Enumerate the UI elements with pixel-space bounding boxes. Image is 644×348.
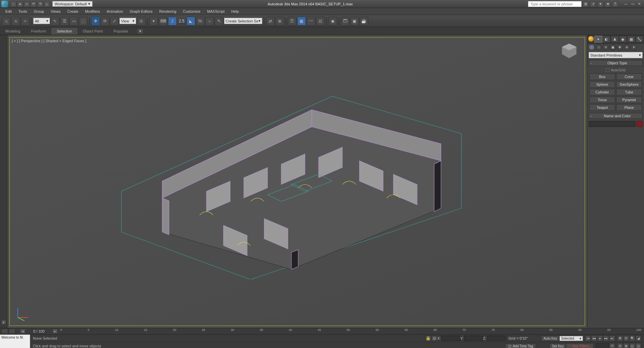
scene-explorer-toggle[interactable]: ▸ — [1, 320, 6, 325]
ribbon-tab-selection[interactable]: Selection — [51, 28, 77, 34]
primitive-pyramid[interactable]: Pyramid — [616, 96, 642, 103]
max-viewport-icon[interactable]: ◱ — [629, 343, 635, 348]
primitive-sphere[interactable]: Sphere — [589, 81, 615, 88]
geometry-category-icon[interactable]: ○ — [589, 44, 595, 50]
primitive-geosphere[interactable]: GeoSphere — [616, 81, 642, 88]
set-key-button[interactable]: Set Key — [549, 343, 566, 348]
redo-icon[interactable]: ↷ — [37, 1, 43, 7]
new-file-icon[interactable]: ▫ — [10, 1, 16, 7]
zoom-icon[interactable]: 🔍 — [629, 335, 635, 341]
menu-group[interactable]: Group — [31, 8, 48, 14]
spacewarps-category-icon[interactable]: ≋ — [624, 44, 630, 50]
save-file-icon[interactable]: ▪ — [24, 1, 30, 7]
close-button[interactable]: ✕ — [636, 1, 643, 7]
primitive-plane[interactable]: Plane — [616, 104, 642, 111]
autogrid-checkbox[interactable]: AutoGrid — [589, 68, 642, 72]
spinner-snap-icon[interactable]: ⟐ — [205, 17, 214, 25]
selection-lock-icon[interactable]: 🔒 — [425, 336, 431, 341]
render-setup-icon[interactable]: 🗔 — [341, 17, 350, 25]
current-frame[interactable]: 0 / 100 — [25, 329, 52, 333]
ref-coord-system[interactable]: View▾ — [119, 18, 136, 24]
menu-help[interactable]: Help — [228, 8, 243, 14]
isolate-selection-icon[interactable]: ◎ — [431, 336, 437, 341]
ribbon-tab-freeform[interactable]: Freeform — [26, 28, 52, 34]
primitive-category-dropdown[interactable]: Standard Primitives ▾ — [589, 52, 643, 58]
primitive-teapot[interactable]: Teapot — [589, 104, 615, 111]
primitive-torus[interactable]: Torus — [589, 96, 615, 103]
track-bar-mini-icon[interactable] — [1, 329, 8, 334]
select-object-icon[interactable]: ↖ — [51, 17, 59, 25]
zoom-extents-icon[interactable]: ⊡ — [617, 343, 623, 348]
use-pivot-icon[interactable]: ⊙ — [137, 17, 146, 25]
key-filters-button[interactable]: 〰Key Filters... — [566, 343, 594, 348]
zoom-all-icon[interactable]: ⊞ — [623, 343, 629, 348]
auto-key-button[interactable]: Auto Key — [541, 336, 559, 341]
prev-frame-icon[interactable]: ◂◂ — [591, 335, 597, 341]
layer-manager-icon[interactable]: ☶ — [288, 17, 297, 25]
project-icon[interactable]: ⌂ — [44, 1, 50, 7]
menu-edit[interactable]: Edit — [2, 8, 15, 14]
key-mode-dropdown[interactable]: Selected▾ — [559, 336, 583, 341]
minimize-button[interactable]: — — [623, 1, 629, 7]
select-rotate-icon[interactable]: ⟳ — [101, 17, 109, 25]
menu-views[interactable]: Views — [47, 8, 64, 14]
maximize-button[interactable]: ▭ — [629, 1, 636, 7]
perspective-viewport[interactable]: [ + ] [ Perspective ] [ Shaded + Edged F… — [9, 37, 585, 326]
display-tab[interactable]: ▦ — [627, 36, 635, 43]
menu-customize[interactable]: Customize — [180, 8, 204, 14]
next-frame-icon[interactable]: ▸▸ — [603, 335, 609, 341]
viewcube[interactable] — [559, 41, 579, 61]
coord-z-input[interactable] — [487, 336, 506, 341]
object-color-swatch[interactable] — [637, 121, 643, 127]
ribbon-dropdown-icon[interactable]: ▾ — [137, 28, 144, 34]
render-frame-icon[interactable]: ▣ — [350, 17, 359, 25]
help-icon[interactable]: ? — [612, 1, 618, 7]
named-selection-sets[interactable]: Create Selection Se▾ — [224, 18, 262, 24]
add-time-tag-button[interactable]: ◫Add Time Tag — [505, 343, 536, 348]
align-icon[interactable]: ≣ — [275, 17, 284, 25]
arc-rotate-icon[interactable]: ⟳ — [623, 335, 629, 341]
curve-editor-icon[interactable]: 〰 — [307, 17, 315, 25]
select-scale-icon[interactable]: ⤢ — [110, 17, 119, 25]
rollout-name-color[interactable]: - Name and Color — [589, 113, 643, 119]
unlink-icon[interactable]: ⎋ — [11, 17, 20, 25]
graphite-ribbon-icon[interactable]: ▦ — [297, 17, 306, 25]
menu-maxscript[interactable]: MAXScript — [204, 8, 228, 14]
workspace-selector[interactable]: Workspace: Default ▾ — [52, 1, 93, 7]
coord-x-input[interactable] — [441, 336, 460, 341]
infocenter-icon[interactable]: ⊞ — [583, 1, 589, 7]
primitive-tube[interactable]: Tube — [616, 89, 642, 95]
render-production-icon[interactable]: ☕ — [360, 17, 368, 25]
shapes-category-icon[interactable]: ◇ — [596, 44, 602, 50]
link-icon[interactable]: ⎌ — [2, 17, 11, 25]
mirror-icon[interactable]: ⇄ — [266, 17, 275, 25]
exchange-icon[interactable]: ✦ — [597, 1, 603, 7]
fov-icon[interactable]: ◢ — [635, 335, 641, 341]
select-move-icon[interactable]: ✥ — [91, 17, 100, 25]
viewport-label[interactable]: [ + ] [ Perspective ] [ Shaded + Edged F… — [12, 39, 86, 43]
create-tab[interactable]: ✦ — [594, 36, 602, 43]
snap-spinner-value[interactable]: 2.5 — [179, 19, 184, 23]
utilities-tab[interactable]: 🔧 — [636, 36, 644, 43]
undo-icon[interactable]: ↶ — [31, 1, 37, 7]
maxscript-listener[interactable]: Welcome to M. — [0, 335, 30, 348]
signin-icon[interactable]: ↗ — [590, 1, 596, 7]
menu-rendering[interactable]: Rendering — [156, 8, 180, 14]
favorites-icon[interactable]: ★ — [605, 1, 611, 7]
lights-category-icon[interactable]: ☀ — [603, 44, 609, 50]
slider-left-icon[interactable]: ◂ — [20, 329, 25, 334]
select-by-name-icon[interactable]: ☰ — [60, 17, 69, 25]
hierarchy-tab[interactable]: ♟ — [611, 36, 619, 43]
goto-end-icon[interactable]: ▸| — [609, 335, 615, 341]
open-file-icon[interactable]: ▸ — [17, 1, 23, 7]
motion-tab[interactable]: ◉ — [619, 36, 627, 43]
menu-tools[interactable]: Tools — [15, 8, 31, 14]
selection-filter[interactable]: All▾ — [33, 18, 50, 24]
modify-tab[interactable]: ◐ — [603, 36, 611, 43]
primitive-box[interactable]: Box — [589, 73, 615, 80]
percent-snap-icon[interactable]: % — [196, 17, 205, 25]
rollout-object-type[interactable]: - Object Type — [589, 60, 643, 66]
help-search-input[interactable] — [528, 1, 582, 7]
goto-start-icon[interactable]: |◂ — [585, 335, 591, 341]
ribbon-tab-object-paint[interactable]: Object Paint — [77, 28, 108, 34]
